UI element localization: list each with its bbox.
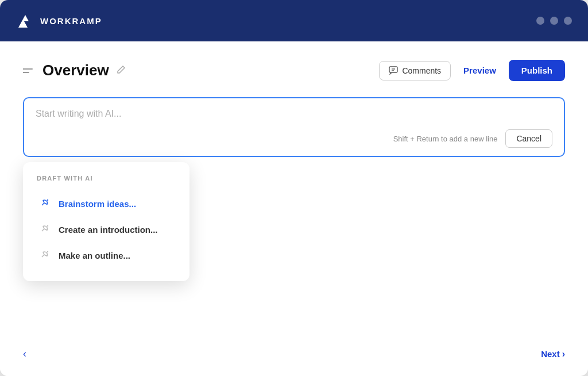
outline-icon — [39, 250, 51, 262]
brainstorm-label: Brainstorm ideas... — [59, 199, 136, 209]
prev-button[interactable]: ‹ — [23, 348, 26, 360]
window-controls — [536, 17, 572, 25]
ai-hint-text: Shift + Return to add a new line — [393, 135, 498, 143]
svg-point-6 — [47, 199, 48, 201]
next-button[interactable]: Next › — [541, 349, 565, 359]
dropdown-section-label: DRAFT WITH AI — [33, 175, 179, 182]
edit-icon[interactable] — [116, 64, 126, 77]
prev-icon: ‹ — [23, 348, 26, 360]
publish-button[interactable]: Publish — [509, 60, 565, 81]
comments-label: Comments — [402, 66, 441, 75]
titlebar: WORKRAMP — [0, 0, 588, 41]
nav-row: ‹ Next › — [0, 348, 588, 360]
brainstorm-icon — [39, 198, 51, 210]
logo-icon — [16, 11, 34, 30]
cancel-button[interactable]: Cancel — [505, 129, 552, 148]
ai-input-footer: Shift + Return to add a new line Cancel — [36, 129, 552, 148]
header-row: Overview Comments — [23, 60, 565, 81]
comments-icon — [389, 66, 398, 75]
svg-marker-0 — [18, 15, 29, 28]
logo-text: WORKRAMP — [40, 16, 102, 26]
header-left: Overview — [23, 62, 126, 79]
ai-input-placeholder: Start writing with AI... — [36, 109, 552, 119]
window-dot-2 — [550, 17, 558, 25]
preview-button[interactable]: Preview — [458, 61, 502, 80]
svg-point-7 — [47, 225, 48, 227]
window-dot-3 — [564, 17, 572, 25]
draft-ai-dropdown: DRAFT WITH AI Brainstorm ideas... — [23, 162, 189, 281]
dropdown-item-introduction[interactable]: Create an introduction... — [33, 217, 179, 243]
dropdown-item-outline[interactable]: Make an outline... — [33, 243, 179, 268]
app-window: WORKRAMP Overview — [0, 0, 588, 376]
back-icon[interactable] — [23, 67, 36, 75]
window-dot-1 — [536, 17, 544, 25]
introduction-label: Create an introduction... — [59, 225, 158, 235]
ai-input-area[interactable]: Start writing with AI... Shift + Return … — [23, 97, 565, 157]
outline-label: Make an outline... — [59, 251, 130, 260]
preview-label: Preview — [463, 66, 496, 75]
logo: WORKRAMP — [16, 11, 102, 30]
introduction-icon — [39, 224, 51, 236]
next-label: Next — [541, 349, 560, 359]
page-title: Overview — [42, 62, 109, 79]
svg-rect-3 — [389, 67, 397, 72]
next-chevron-icon: › — [562, 349, 565, 359]
main-content: Overview Comments — [0, 41, 588, 376]
publish-label: Publish — [521, 66, 552, 75]
svg-point-8 — [47, 251, 48, 252]
dropdown-item-brainstorm[interactable]: Brainstorm ideas... — [33, 191, 179, 217]
comments-button[interactable]: Comments — [379, 61, 451, 80]
header-right: Comments Preview Publish — [379, 60, 565, 81]
